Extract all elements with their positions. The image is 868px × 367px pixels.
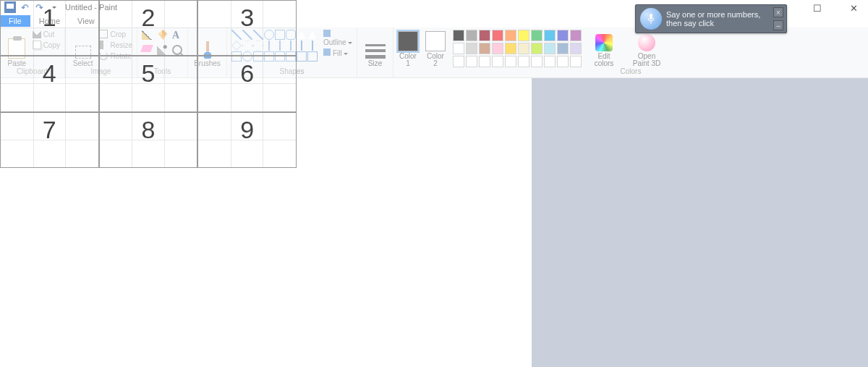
ribbon: Paste Cut Copy Clipboard Select Crop Res…: [0, 28, 868, 78]
paint-canvas[interactable]: [0, 78, 532, 367]
group-label-shapes: Shapes: [231, 67, 352, 77]
palette-swatch[interactable]: [518, 56, 529, 67]
group-colors: Color 1 Color 2 Edit colors Open Paint 3…: [393, 28, 868, 77]
palette-swatch[interactable]: [492, 56, 503, 67]
copy-icon: [33, 41, 41, 49]
fill-tool[interactable]: [157, 30, 167, 40]
palette-swatch[interactable]: [544, 30, 556, 41]
group-label-colors: Colors: [398, 67, 864, 77]
speech-prompt-bar[interactable]: Say one or more numbers, then say click …: [635, 4, 787, 33]
crop-icon: [99, 30, 108, 38]
color-palette[interactable]: [453, 30, 582, 67]
select-button[interactable]: Select: [69, 30, 96, 67]
tab-home[interactable]: Home: [30, 15, 69, 27]
rotate-icon: [99, 51, 108, 60]
pencil-tool[interactable]: [142, 30, 152, 40]
palette-swatch[interactable]: [557, 43, 569, 54]
paste-button[interactable]: Paste: [4, 30, 30, 67]
group-shapes: Outline Fill Shapes: [227, 28, 357, 77]
shape-outline-dropdown[interactable]: Outline: [323, 30, 352, 46]
palette-swatch[interactable]: [518, 30, 529, 41]
palette-swatch[interactable]: [492, 30, 503, 41]
brush-icon: [200, 41, 215, 59]
palette-swatch[interactable]: [557, 30, 569, 41]
text-tool[interactable]: A: [172, 30, 185, 41]
palette-swatch[interactable]: [505, 30, 516, 41]
group-label-size: [362, 67, 388, 77]
palette-swatch[interactable]: [518, 43, 529, 54]
shapes-gallery[interactable]: [231, 30, 318, 62]
cut-icon: [33, 30, 41, 38]
edit-colors-button[interactable]: Edit colors: [586, 30, 622, 67]
qat-save-icon[interactable]: [4, 1, 16, 13]
canvas-container: [0, 78, 868, 367]
qat-customize-dropdown[interactable]: [48, 1, 59, 13]
brushes-button[interactable]: Brushes: [192, 30, 222, 67]
palette-swatch[interactable]: [466, 56, 477, 67]
palette-swatch[interactable]: [492, 43, 503, 54]
edit-colors-icon: [595, 34, 613, 51]
window-title: Untitled - Paint: [65, 3, 117, 12]
palette-swatch[interactable]: [479, 56, 490, 67]
palette-swatch[interactable]: [570, 30, 582, 41]
open-paint-3d-button[interactable]: Open Paint 3D: [626, 30, 667, 67]
magnifier-tool[interactable]: [172, 45, 182, 55]
group-brushes: Brushes: [188, 28, 227, 77]
qat-redo-icon[interactable]: ↷: [33, 1, 45, 13]
palette-swatch[interactable]: [531, 43, 542, 54]
group-image: Select Crop Resize Rotate Image: [65, 28, 137, 77]
copy-button[interactable]: Copy: [33, 41, 60, 49]
group-label-clipboard: Clipboard: [4, 67, 60, 77]
select-icon: [75, 46, 91, 59]
canvas-scroll-region[interactable]: [532, 78, 868, 367]
group-label-brushes: [192, 67, 222, 77]
palette-swatch[interactable]: [544, 43, 556, 54]
shape-fill-dropdown[interactable]: Fill: [323, 48, 352, 57]
crop-button[interactable]: Crop: [99, 30, 132, 38]
color-picker-tool[interactable]: [157, 45, 167, 55]
color-2-swatch: [425, 31, 446, 51]
palette-swatch[interactable]: [453, 43, 464, 54]
microphone-icon[interactable]: [640, 8, 662, 30]
palette-swatch[interactable]: [570, 56, 582, 67]
group-tools: A Tools: [137, 28, 188, 77]
size-button[interactable]: Size: [362, 30, 388, 67]
palette-swatch[interactable]: [453, 56, 464, 67]
resize-icon: [99, 41, 108, 49]
palette-swatch[interactable]: [479, 43, 490, 54]
palette-swatch[interactable]: [531, 30, 542, 41]
group-label-tools: Tools: [142, 67, 183, 77]
palette-swatch[interactable]: [531, 56, 542, 67]
qat-undo-icon[interactable]: ↶: [19, 1, 30, 13]
cut-button[interactable]: Cut: [33, 30, 60, 38]
color-1-swatch: [398, 31, 418, 51]
palette-swatch[interactable]: [505, 56, 516, 67]
palette-swatch[interactable]: [557, 56, 569, 67]
palette-swatch[interactable]: [479, 30, 490, 41]
speech-minimize-button[interactable]: –: [773, 20, 783, 30]
rotate-button[interactable]: Rotate: [99, 51, 132, 60]
palette-swatch[interactable]: [505, 43, 516, 54]
palette-swatch[interactable]: [453, 30, 464, 41]
eraser-tool[interactable]: [140, 45, 153, 52]
resize-button[interactable]: Resize: [99, 41, 132, 49]
palette-swatch[interactable]: [466, 30, 477, 41]
tab-view[interactable]: View: [69, 15, 103, 27]
paint-3d-icon: [638, 34, 655, 51]
color-2-button[interactable]: Color 2: [425, 30, 446, 67]
group-clipboard: Paste Cut Copy Clipboard: [0, 28, 65, 77]
palette-swatch[interactable]: [544, 56, 556, 67]
svg-rect-0: [650, 14, 652, 20]
color-1-button[interactable]: Color 1: [398, 30, 418, 67]
tab-file[interactable]: File: [0, 15, 30, 27]
speech-close-button[interactable]: ×: [773, 7, 783, 17]
group-label-image: Image: [69, 67, 132, 77]
speech-prompt-text: Say one or more numbers, then say click: [666, 10, 773, 28]
palette-swatch[interactable]: [570, 43, 582, 54]
palette-swatch[interactable]: [466, 43, 477, 54]
group-size: Size: [357, 28, 393, 77]
paste-icon: [8, 38, 25, 59]
